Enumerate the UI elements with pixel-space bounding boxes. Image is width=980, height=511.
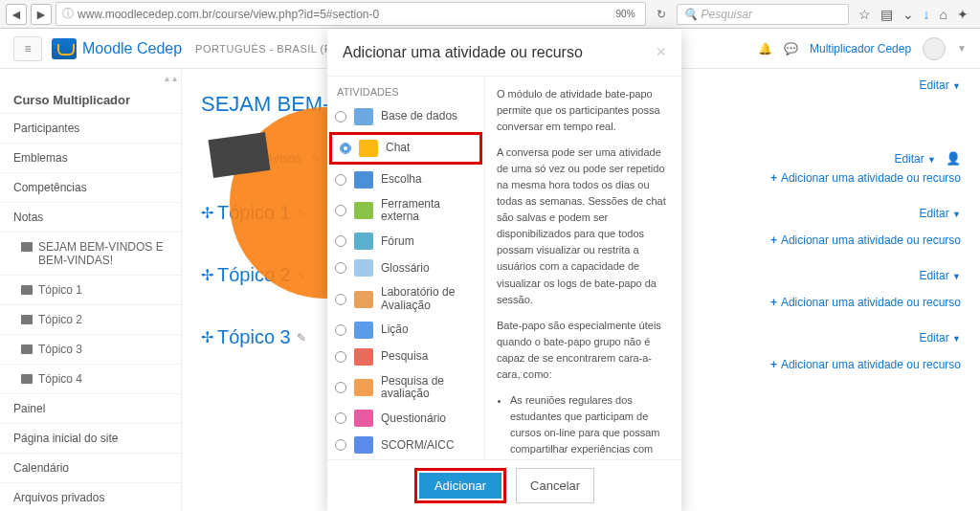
sidebar-site-item[interactable]: Calendário [0, 453, 181, 482]
move-icon[interactable]: ✢ [201, 266, 213, 284]
activity-icon [354, 202, 373, 219]
modal-title: Adicionar uma atividade ou recurso [343, 44, 583, 61]
radio-input[interactable] [335, 324, 346, 336]
radio-input[interactable] [335, 294, 346, 305]
close-icon[interactable]: × [656, 42, 666, 62]
activity-option[interactable]: Chat [329, 132, 482, 165]
activity-icon [354, 322, 373, 339]
activity-option[interactable]: Laboratório de Avaliação [327, 281, 484, 316]
folder-icon [21, 315, 33, 324]
activity-option[interactable]: Base de dados [327, 103, 484, 130]
section-edit-menu[interactable]: Editar ▼ [919, 331, 961, 344]
radio-input[interactable] [335, 262, 346, 274]
activity-option[interactable]: Pesquisa [327, 344, 484, 370]
activity-option[interactable]: Fórum [327, 228, 484, 255]
sidebar-site-item[interactable]: Painel [0, 393, 181, 423]
activity-label: Base de dados [381, 110, 457, 122]
sidebar-item[interactable]: Notas [0, 202, 181, 232]
activity-option[interactable]: SCORM/AICC [327, 432, 484, 458]
user-icon[interactable]: 👤 [946, 151, 961, 166]
activity-option[interactable]: Pesquisa de avaliação [327, 370, 484, 405]
forward-button[interactable]: ► [31, 4, 52, 25]
activity-label: Laboratório de Avaliação [381, 286, 477, 311]
sidebar-course-title[interactable]: Curso Multiplicador [0, 83, 181, 113]
brand-link[interactable]: Moodle Cedep [52, 38, 182, 59]
avisos-edit-menu[interactable]: Editar ▼ [894, 152, 936, 166]
radio-input[interactable] [335, 235, 346, 247]
user-dropdown-icon[interactable]: ▼ [957, 43, 967, 54]
radio-input[interactable] [335, 351, 346, 363]
downloads-icon[interactable]: ↓ [924, 7, 930, 22]
sidebar-item[interactable]: Emblemas [0, 143, 181, 172]
radio-input[interactable] [335, 205, 346, 216]
sidebar-section-item[interactable]: Tópico 1 [0, 275, 181, 304]
home-icon[interactable]: ⌂ [940, 7, 947, 22]
activity-icon [354, 233, 373, 250]
user-menu[interactable]: Multiplicador Cedep [810, 42, 911, 56]
activity-label: Pesquisa [381, 350, 428, 363]
radio-input[interactable] [335, 111, 346, 122]
activity-icon [354, 259, 373, 277]
zoom-indicator[interactable]: 90% [612, 8, 639, 20]
addons-icon[interactable]: ✦ [957, 7, 969, 22]
reader-icon[interactable]: ▤ [880, 7, 893, 22]
radio-input[interactable] [335, 174, 346, 186]
activity-label: Ferramenta externa [381, 198, 477, 223]
back-button[interactable]: ◄ [6, 4, 27, 25]
sidebar-item[interactable]: Participantes [0, 113, 181, 143]
url-input[interactable]: ⓘ www.moodlecedep.com.br/course/view.php… [56, 2, 646, 26]
edit-icon[interactable]: ✎ [297, 331, 306, 344]
sidebar-section-item[interactable]: Tópico 4 [0, 364, 181, 393]
move-icon[interactable]: ✢ [201, 328, 213, 346]
activity-label: Glossário [381, 262, 430, 275]
reload-button[interactable]: ↻ [650, 8, 673, 21]
sidebar-scroll-up[interactable]: ▴ ▴ [165, 73, 177, 83]
folder-icon [21, 374, 33, 384]
menu-toggle[interactable]: ≡ [13, 36, 42, 61]
sidebar-site-item[interactable]: Arquivos privados [0, 482, 181, 511]
activity-label: Chat [386, 142, 410, 154]
activity-icon [354, 410, 373, 427]
bell-icon[interactable]: 🔔 [758, 42, 772, 56]
sidebar-section-item[interactable]: Tópico 3 [0, 334, 181, 364]
activity-label: SCORM/AICC [381, 439, 455, 452]
activity-option[interactable]: Questionário [327, 405, 484, 432]
sidebar-section-item[interactable]: SEJAM BEM-VINDOS E BEM-VINDAS! [0, 232, 181, 275]
section-edit-menu[interactable]: Editar ▼ [919, 207, 961, 220]
activity-list: ATIVIDADES Base de dadosChatEscolhaFerra… [327, 77, 485, 459]
avatar[interactable] [923, 37, 946, 60]
activity-label: Questionário [381, 412, 446, 425]
radio-input[interactable] [340, 143, 351, 154]
activity-icon [354, 348, 373, 366]
sidebar-site-item[interactable]: Página inicial do site [0, 423, 181, 453]
bookmark-icon[interactable]: ☆ [858, 7, 871, 22]
brand-logo [52, 38, 77, 59]
activity-option[interactable]: Escolha [327, 167, 484, 193]
radio-input[interactable] [335, 382, 346, 393]
activity-option[interactable]: Lição [327, 317, 484, 344]
move-icon[interactable]: ✢ [201, 204, 213, 222]
add-button[interactable]: Adicionar [419, 473, 501, 499]
section-title-link[interactable]: Tópico 3 [217, 326, 291, 348]
activity-option[interactable]: Glossário [327, 255, 484, 281]
activity-description: O módulo de atividade bate-papo permite … [485, 77, 681, 459]
add-button-highlight: Adicionar [414, 468, 506, 503]
add-activity-modal: Adicionar uma atividade ou recurso × ATI… [327, 29, 681, 511]
browser-toolbar: ◄ ► ⓘ www.moodlecedep.com.br/course/view… [0, 0, 980, 29]
messages-icon[interactable]: 💬 [784, 42, 798, 56]
section-edit-menu[interactable]: Editar ▼ [919, 269, 961, 282]
sidebar-section-item[interactable]: Tópico 2 [0, 304, 181, 334]
sidebar-item[interactable]: Competências [0, 172, 181, 202]
course-sidebar: ▴ ▴ Curso Multiplicador ParticipantesEmb… [0, 69, 182, 511]
radio-input[interactable] [335, 412, 346, 424]
activity-label: Escolha [381, 173, 422, 186]
radio-input[interactable] [335, 439, 346, 451]
activity-label: Fórum [381, 235, 414, 248]
browser-search-input[interactable]: 🔍 Pesquisar [677, 4, 849, 25]
cancel-button[interactable]: Cancelar [516, 468, 594, 503]
pocket-icon[interactable]: ⌄ [902, 7, 914, 22]
folder-icon [21, 242, 33, 252]
activity-option[interactable]: Ferramenta externa [327, 193, 484, 228]
activity-label: Pesquisa de avaliação [381, 375, 477, 400]
folder-icon [21, 285, 33, 295]
